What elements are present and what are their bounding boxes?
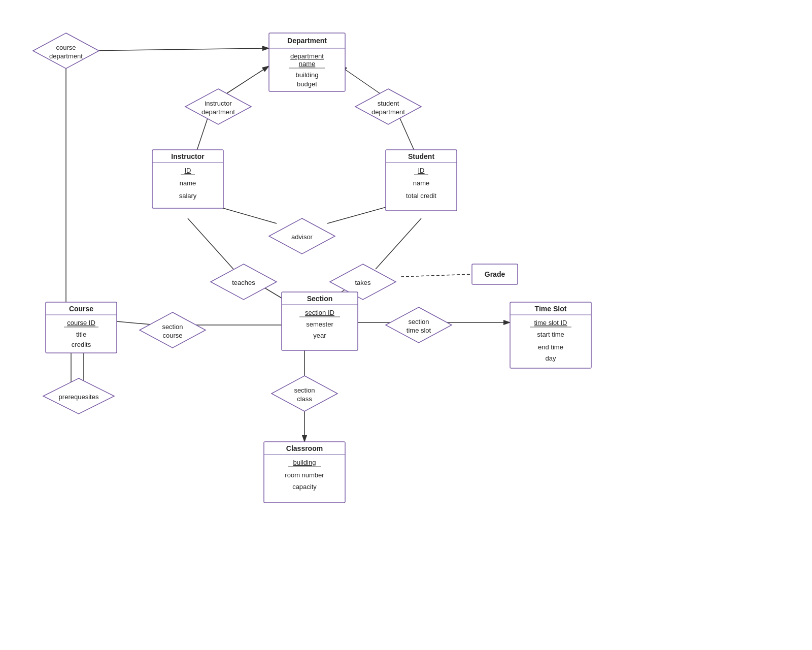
- relationship-section-timeslot-label2: time slot: [407, 327, 431, 334]
- entity-student-attr-name: name: [413, 179, 430, 187]
- relationship-instructor-department-label: instructor: [205, 100, 232, 107]
- entity-classroom-attr-capacity: capacity: [292, 483, 317, 491]
- entity-instructor: Instructor ID name salary: [152, 150, 223, 208]
- relationship-section-timeslot: section time slot: [386, 307, 452, 343]
- line-inst-dept-to-dept: [226, 66, 269, 94]
- entity-section-attr-semester: semester: [306, 320, 333, 328]
- entity-grade-title: Grade: [485, 270, 505, 278]
- relationship-section-course: section course: [140, 312, 206, 348]
- entity-department-attr-building: building: [296, 71, 319, 79]
- er-diagram: course department Department department …: [0, 0, 812, 650]
- entity-classroom: Classroom building room number capacity: [264, 442, 345, 503]
- entity-section-title: Section: [307, 295, 333, 303]
- line-course-dept-to-dept: [85, 48, 269, 51]
- line-inst-to-teaches: [188, 218, 233, 269]
- entity-department: Department department name building budg…: [269, 33, 345, 91]
- entity-department-attr-deptname: department: [290, 52, 324, 60]
- entity-classroom-attr-building: building: [293, 459, 316, 466]
- entity-instructor-attr-id: ID: [185, 167, 191, 174]
- relationship-section-class-label: section: [294, 386, 315, 394]
- relationship-student-department-label2: department: [371, 108, 405, 116]
- relationship-section-class: section class: [272, 376, 337, 411]
- entity-course-attr-title: title: [76, 331, 86, 338]
- relationship-instructor-department-label2: department: [201, 108, 235, 116]
- entity-instructor-attr-name: name: [180, 179, 196, 187]
- entity-classroom-attr-roomnumber: room number: [285, 471, 324, 479]
- entity-timeslot-attr-endtime: end time: [538, 343, 563, 351]
- entity-student: Student ID name total credit: [386, 150, 457, 211]
- line-stud-dept-to-dept: [340, 66, 381, 94]
- entity-course: Course course ID title credits: [46, 302, 117, 353]
- entity-instructor-title: Instructor: [171, 152, 205, 160]
- relationship-instructor-department: instructor department: [185, 89, 251, 124]
- entity-timeslot-attr-starttime: start time: [537, 331, 564, 338]
- relationship-advisor: advisor: [269, 218, 335, 254]
- relationship-teaches-label: teaches: [232, 279, 255, 286]
- entity-section: Section section ID semester year: [282, 292, 358, 350]
- entity-course-attr-courseid: course ID: [67, 319, 95, 327]
- relationship-section-class-label2: class: [297, 395, 312, 403]
- relationship-course-department: course department: [33, 33, 99, 69]
- entity-department-attr-budget: budget: [297, 80, 317, 88]
- entity-student-attr-id: ID: [418, 167, 425, 174]
- relationship-prerequisites-label: prerequesites: [59, 393, 99, 401]
- relationship-section-course-label2: course: [162, 332, 182, 339]
- relationship-teaches: teaches: [211, 264, 277, 300]
- entity-department-title: Department: [287, 37, 327, 45]
- entity-classroom-title: Classroom: [286, 444, 323, 452]
- entity-instructor-attr-salary: salary: [179, 192, 197, 200]
- line-takes-to-grade: [401, 274, 472, 277]
- relationship-section-course-label: section: [162, 323, 183, 331]
- entity-student-title: Student: [408, 152, 434, 160]
- relationship-section-timeslot-label: section: [408, 318, 429, 326]
- relationship-student-department: student department: [355, 89, 421, 124]
- entity-timeslot-attr-id: time slot ID: [534, 319, 567, 327]
- entity-student-attr-totalcredit: total credit: [406, 192, 436, 200]
- relationship-prerequisites: prerequesites: [43, 378, 114, 414]
- entity-grade: Grade: [472, 264, 518, 284]
- relationship-takes-label: takes: [355, 279, 371, 286]
- relationship-advisor-label: advisor: [291, 233, 313, 241]
- entity-course-attr-credits: credits: [72, 341, 91, 348]
- entity-course-title: Course: [69, 305, 93, 313]
- entity-timeslot-title: Time Slot: [535, 305, 567, 313]
- relationship-course-department-label2: department: [49, 52, 83, 60]
- entity-section-attr-sectionid: section ID: [305, 309, 334, 316]
- line-stud-to-takes: [376, 218, 421, 269]
- entity-timeslot-attr-day: day: [546, 354, 556, 362]
- entity-department-attr-deptname2: name: [299, 60, 316, 68]
- relationship-student-department-label: student: [378, 100, 399, 107]
- entity-timeslot: Time Slot time slot ID start time end ti…: [510, 302, 591, 368]
- entity-section-attr-year: year: [313, 332, 326, 339]
- relationship-course-department-label: course: [56, 44, 76, 51]
